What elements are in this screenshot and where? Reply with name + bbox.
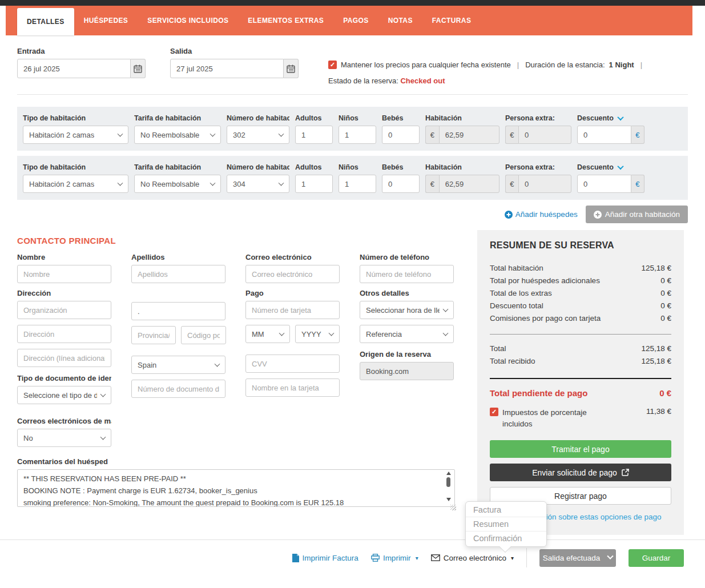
card-name-input[interactable] bbox=[245, 378, 340, 397]
send-payment-request-button[interactable]: Enviar solicitud de pago bbox=[490, 464, 671, 481]
room-number-select[interactable]: 304 bbox=[227, 175, 289, 193]
popover-item-confirmacion[interactable]: Confirmación bbox=[466, 531, 546, 545]
scroll-up-icon[interactable] bbox=[446, 472, 451, 475]
pending-payment-label: Total pendiente de pago bbox=[490, 388, 587, 398]
address-line2-input[interactable] bbox=[17, 349, 111, 367]
id-doc-type-select[interactable]: Seleccione el tipo de documento bbox=[17, 386, 111, 404]
print-invoice-link[interactable]: Imprimir Factura bbox=[292, 554, 358, 562]
card-month-select[interactable]: MM bbox=[245, 325, 290, 343]
marketing-emails-select[interactable]: No bbox=[17, 429, 111, 447]
chevron-down-icon[interactable] bbox=[617, 114, 623, 120]
first-name-input[interactable] bbox=[17, 265, 111, 283]
card-year-select[interactable]: YYYY bbox=[295, 325, 340, 343]
cvv-input[interactable] bbox=[245, 355, 340, 373]
popover-item-factura[interactable]: Factura bbox=[466, 503, 546, 517]
tab-facturas[interactable]: FACTURAS bbox=[422, 6, 481, 35]
checkout-calendar-button[interactable] bbox=[284, 59, 299, 78]
room-price-header: Habitación bbox=[425, 163, 499, 171]
children-header: Niños bbox=[339, 163, 376, 171]
room-type-select[interactable]: Habitación 2 camas bbox=[23, 175, 128, 193]
file-icon bbox=[292, 554, 299, 562]
scroll-down-icon[interactable] bbox=[446, 498, 451, 501]
checked-out-button[interactable]: Salida efectuada bbox=[539, 549, 616, 567]
tab-pagos[interactable]: PAGOS bbox=[333, 6, 378, 35]
babies-header: Bebés bbox=[382, 163, 420, 171]
scrollbar-thumb[interactable] bbox=[446, 477, 450, 487]
keep-prices-label: Mantener los precios para cualquier fech… bbox=[341, 61, 511, 69]
printer-icon bbox=[371, 554, 380, 562]
id-doc-number-input[interactable] bbox=[131, 380, 225, 398]
children-input[interactable] bbox=[339, 175, 376, 193]
city-input[interactable] bbox=[131, 302, 225, 320]
add-room-button[interactable]: Añadir otra habitación bbox=[586, 206, 688, 223]
print-dropdown[interactable]: Imprimir ▾ bbox=[371, 554, 418, 562]
babies-input[interactable] bbox=[382, 175, 420, 193]
email-input[interactable] bbox=[245, 265, 340, 283]
chevron-down-icon[interactable] bbox=[617, 163, 623, 170]
babies-input[interactable] bbox=[382, 126, 420, 144]
add-guests-link[interactable]: Añadir huéspedes bbox=[505, 210, 578, 219]
save-button[interactable]: Guardar bbox=[629, 549, 684, 567]
discount-input[interactable] bbox=[577, 126, 631, 144]
last-name-input[interactable] bbox=[131, 265, 225, 283]
tab-huespedes[interactable]: HUÉSPEDES bbox=[74, 6, 138, 35]
organization-input[interactable] bbox=[17, 301, 111, 319]
process-payment-button[interactable]: Tramitar el pago bbox=[490, 440, 671, 458]
room-rate-select[interactable]: No Reembolsable bbox=[134, 175, 221, 193]
keep-prices-checkbox[interactable]: ✓ bbox=[328, 61, 337, 69]
tab-detalles[interactable]: DETALLES bbox=[17, 8, 74, 35]
chevron-down-icon bbox=[118, 180, 123, 186]
chevron-down-icon bbox=[100, 392, 106, 397]
taxes-included-checkbox[interactable]: ✓ bbox=[490, 408, 498, 416]
room-type-select[interactable]: Habitación 2 camas bbox=[23, 126, 128, 144]
popover-item-resumen[interactable]: Resumen bbox=[466, 517, 546, 531]
country-select[interactable]: Spain bbox=[131, 356, 225, 374]
guest-comments-textarea[interactable]: ** THIS RESERVATION HAS BEEN PRE-PAID **… bbox=[17, 469, 455, 507]
room-type-header: Tipo de habitación bbox=[23, 163, 128, 171]
booking-source-input bbox=[360, 362, 454, 380]
marketing-emails-label: Correos electrónicos de marketing bbox=[17, 417, 111, 425]
postal-code-input[interactable] bbox=[181, 326, 226, 344]
reference-select[interactable]: Referencia bbox=[360, 325, 454, 343]
adults-input[interactable] bbox=[295, 126, 333, 144]
summary-row-value: 0 € bbox=[660, 287, 671, 300]
chevron-down-icon bbox=[607, 553, 614, 559]
discount-input[interactable] bbox=[577, 175, 631, 193]
window-top-strip bbox=[0, 0, 705, 6]
room-price-header: Habitación bbox=[425, 114, 499, 122]
checkin-calendar-button[interactable] bbox=[131, 59, 146, 78]
room-rate-select[interactable]: No Reembolsable bbox=[134, 126, 221, 144]
room-rate-header: Tarifa de habitación bbox=[134, 163, 221, 171]
email-options-popover: Factura Resumen Confirmación bbox=[465, 501, 547, 547]
extra-person-input bbox=[518, 126, 571, 144]
room-number-header: Número de habitación bbox=[227, 114, 289, 122]
room-number-select[interactable]: 302 bbox=[227, 126, 289, 144]
adults-input[interactable] bbox=[295, 175, 333, 193]
reservation-status-value: Checked out bbox=[400, 76, 445, 85]
room-type-header: Tipo de habitación bbox=[23, 114, 128, 122]
footer-separator bbox=[526, 548, 527, 567]
summary-row-label: Total habitación bbox=[490, 262, 543, 275]
phone-input[interactable] bbox=[360, 265, 454, 283]
dates-section: Entrada Salida bbox=[17, 47, 688, 85]
textarea-scrollbar[interactable] bbox=[445, 472, 453, 507]
currency-prefix: € bbox=[425, 175, 439, 193]
resize-grip-icon[interactable] bbox=[450, 505, 456, 510]
first-name-label: Nombre bbox=[17, 253, 111, 261]
tab-servicios-incluidos[interactable]: SERVICIOS INCLUIDOS bbox=[138, 6, 238, 35]
tab-notas[interactable]: NOTAS bbox=[378, 6, 422, 35]
tab-elementos-extras[interactable]: ELEMENTOS EXTRAS bbox=[238, 6, 333, 35]
province-input[interactable] bbox=[131, 326, 176, 344]
children-input[interactable] bbox=[339, 126, 376, 144]
checkout-date-input[interactable] bbox=[170, 59, 284, 78]
summary-row-label: Descuento total bbox=[490, 300, 543, 312]
id-doc-type-label: Tipo de documento de identidad bbox=[17, 374, 111, 382]
arrival-time-select[interactable]: Seleccionar hora de llegada bbox=[360, 301, 454, 319]
adults-header: Adultos bbox=[295, 163, 333, 171]
checkin-date-input[interactable] bbox=[17, 59, 131, 78]
address-input[interactable] bbox=[17, 325, 111, 343]
card-number-input[interactable] bbox=[245, 301, 340, 319]
stay-duration-label: Duración de la estancia: bbox=[525, 61, 605, 69]
chevron-down-icon bbox=[210, 180, 216, 186]
email-dropdown[interactable]: Correo electrónico ▾ bbox=[431, 554, 514, 562]
